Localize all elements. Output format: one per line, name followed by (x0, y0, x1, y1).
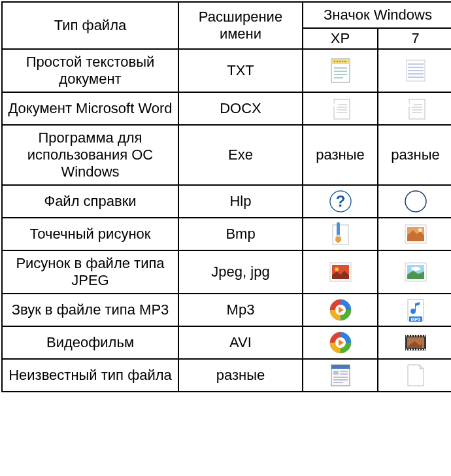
table-row: Простой текстовый документTXT (2, 49, 451, 92)
header-icon: Значок Windows (303, 2, 451, 28)
cell-extension: Hlp (178, 185, 303, 218)
table-row: Программа для использования ОС WindowsEx… (2, 125, 451, 185)
cell-filetype: Звук в файле типа MP3 (2, 294, 178, 326)
header-seven: 7 (378, 28, 451, 49)
cell-extension: TXT (178, 49, 303, 92)
cell-extension: разные (178, 359, 303, 392)
table-row: Точечный рисунокBmp (2, 218, 451, 250)
table-row: Неизвестный тип файларазные (2, 359, 451, 392)
cell-extension: Bmp (178, 218, 303, 250)
header-xp: XP (303, 28, 378, 49)
cell-extension: AVI (178, 326, 303, 359)
notepad-xp-icon (303, 49, 378, 92)
cell-extension: Mp3 (178, 294, 303, 326)
avi-xp-icon (303, 326, 378, 359)
cell-extension: Jpeg, jpg (178, 250, 303, 294)
cell-filetype: Программа для использования ОС Windows (2, 125, 178, 185)
table-row: Документ Microsoft WordDOCX (2, 92, 451, 125)
word-7-icon (378, 92, 451, 125)
header-extension: Расширение имени (178, 2, 303, 49)
header-filetype: Тип файла (2, 2, 178, 49)
cell-filetype: Документ Microsoft Word (2, 92, 178, 125)
mp3-xp-icon (303, 294, 378, 326)
bmp-xp-icon (303, 218, 378, 250)
filetype-table: Тип файла Расширение имени Значок Window… (1, 1, 451, 392)
cell-extension: Exe (178, 125, 303, 185)
table-row: Звук в файле типа MP3Mp3 (2, 294, 451, 326)
cell-filetype: Неизвестный тип файла (2, 359, 178, 392)
cell-extension: DOCX (178, 92, 303, 125)
notepad-7-icon (378, 49, 451, 92)
unknown-xp-icon (303, 359, 378, 392)
help-xp-icon (303, 185, 378, 218)
word-xp-icon (303, 92, 378, 125)
cell-filetype: Простой текстовый документ (2, 49, 178, 92)
cell-filetype: Файл справки (2, 185, 178, 218)
cell-xp-text: разные (303, 125, 378, 185)
bmp-7-icon (378, 218, 451, 250)
help-7-icon (378, 185, 451, 218)
jpeg-7-icon (378, 250, 451, 294)
table-row: Файл справкиHlp (2, 185, 451, 218)
cell-filetype: Видеофильм (2, 326, 178, 359)
cell-filetype: Точечный рисунок (2, 218, 178, 250)
unknown-7-icon (378, 359, 451, 392)
table-row: ВидеофильмAVI (2, 326, 451, 359)
table-row: Рисунок в файле типа JPEGJpeg, jpg (2, 250, 451, 294)
avi-7-icon (378, 326, 451, 359)
mp3-7-icon (378, 294, 451, 326)
cell-filetype: Рисунок в файле типа JPEG (2, 250, 178, 294)
cell-seven-text: разные (378, 125, 451, 185)
jpeg-xp-icon (303, 250, 378, 294)
header-row: Тип файла Расширение имени Значок Window… (2, 2, 451, 28)
